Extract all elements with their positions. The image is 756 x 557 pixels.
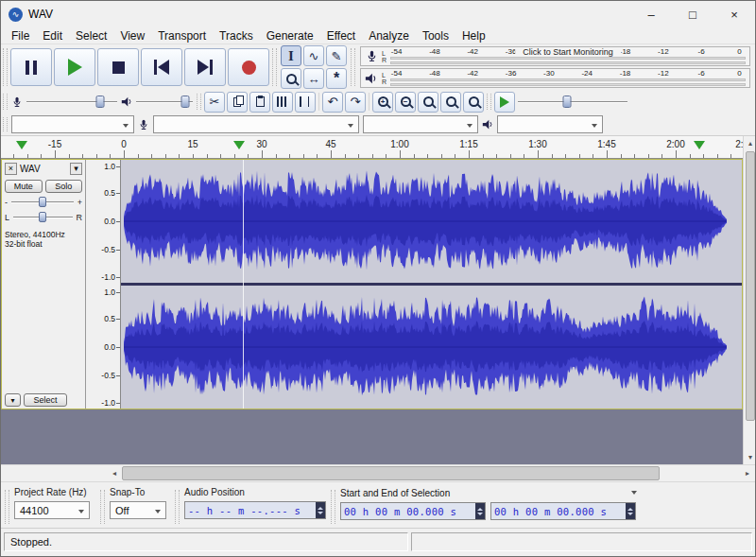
skip-to-start-button[interactable] [141,48,182,86]
play-at-speed-toolbar-grip[interactable] [487,94,491,110]
zoom-selection-button[interactable] [418,92,438,113]
minimize-button[interactable]: – [630,1,672,27]
menu-transport[interactable]: Transport [151,28,213,44]
audio-position-grip[interactable] [175,490,180,524]
menu-analyze[interactable]: Analyze [362,28,416,44]
device-toolbar-grip[interactable] [3,117,8,131]
selection-tool-button[interactable]: I [281,45,301,66]
project-rate-value: 44100 [20,505,49,516]
trim-audio-button[interactable] [272,92,293,113]
track-close-button[interactable]: × [5,163,17,175]
track-collapse-button[interactable]: ▾ [5,393,21,407]
empty-track-area[interactable] [1,409,743,464]
scroll-left-button[interactable]: ◂ [107,465,122,481]
timeline-playhead-marker[interactable] [16,141,27,149]
menu-help[interactable]: Help [455,28,492,44]
zoom-in-button[interactable]: + [372,92,393,113]
waveform-channel-2[interactable] [121,286,742,409]
record-button[interactable] [228,48,269,86]
draw-tool-button[interactable]: ✎ [326,45,347,66]
timeline-playhead-marker[interactable] [694,141,705,149]
monitor-text[interactable]: Click to Start Monitoring [515,47,621,57]
playback-meter[interactable]: LR -54-48-42-36-30-24-18-12-60 [360,68,750,88]
selection-start-field[interactable]: 00 h 00 m 00.000 s [340,502,486,520]
meter-toolbar-grip[interactable] [351,48,355,86]
recording-device-select[interactable] [153,115,359,133]
vertical-scroll-track[interactable] [744,150,756,450]
close-button[interactable]: × [713,1,755,27]
horizontal-scroll-thumb[interactable] [122,466,660,480]
menu-view[interactable]: View [113,28,151,44]
copy-button[interactable] [227,92,248,113]
menu-edit[interactable]: Edit [36,28,69,44]
play-at-speed-button[interactable] [494,92,515,113]
selection-mode-select[interactable]: Start and End of Selection [340,486,641,499]
vertical-scale-channel-2[interactable]: 1.0 0.5 0.0 -0.5 -1.0 [86,286,120,409]
stop-button[interactable] [97,48,139,86]
tools-toolbar-grip[interactable] [272,48,277,86]
mute-button[interactable]: Mute [5,180,43,193]
zoom-toggle-button[interactable] [463,92,484,113]
mixer-toolbar-grip[interactable] [3,94,8,110]
cut-button[interactable]: ✂ [204,92,225,113]
vertical-scroll-thumb[interactable] [746,151,755,421]
timeline-playhead-marker[interactable] [233,141,245,149]
waveform-area[interactable] [121,160,742,409]
recording-volume-slider[interactable] [25,94,119,111]
menu-file[interactable]: File [5,28,36,44]
menu-generate[interactable]: Generate [260,28,320,44]
gain-slider[interactable] [9,195,76,210]
track-menu-button[interactable]: ▾ [70,163,82,175]
waveform-channel-1[interactable] [121,160,742,283]
vertical-scale-rulers[interactable]: 1.0 0.5 0.0 -0.5 -1.0 1.0 0.5 0.0 -0.5 -… [86,160,121,409]
audio-host-select[interactable] [11,115,134,133]
recording-channels-select[interactable] [363,115,478,133]
menu-effect[interactable]: Effect [320,28,362,44]
multi-tool-button[interactable]: * [326,68,347,89]
toolbar-row-2: ✂ ↶ ↷ + − [1,90,755,113]
vertical-scrollbar[interactable]: ▴ ▾ [743,136,756,464]
timeshift-tool-button[interactable]: ↔ [303,68,324,89]
redo-button[interactable]: ↷ [345,92,366,113]
menu-select[interactable]: Select [69,28,113,44]
horizontal-scroll-track[interactable] [122,465,740,481]
playback-volume-slider[interactable] [134,94,195,111]
envelope-tool-button[interactable]: ∿ [303,45,324,66]
vertical-scale-channel-1[interactable]: 1.0 0.5 0.0 -0.5 -1.0 [86,160,120,283]
selection-toolbar-grip[interactable] [5,490,9,524]
recording-meter[interactable]: LR -54-48-42-36-30-24-18-12-60 Click to … [360,46,750,66]
scroll-right-button[interactable]: ▸ [740,465,755,481]
skip-to-end-button[interactable] [184,48,226,86]
selection-start-spinner[interactable] [475,503,485,519]
undo-button[interactable]: ↶ [322,92,343,113]
pan-slider[interactable] [11,210,74,225]
edit-toolbar-grip[interactable] [197,94,201,110]
snap-to-select[interactable]: Off [110,501,166,519]
playback-device-select[interactable] [497,115,603,133]
audio-position-field[interactable]: -- h -- m --.--- s [184,501,326,519]
menu-tools[interactable]: Tools [416,28,455,44]
scroll-down-button[interactable]: ▾ [744,450,756,464]
solo-button[interactable]: Solo [45,180,83,193]
silence-audio-button[interactable] [295,92,316,113]
paste-button[interactable] [249,92,270,113]
project-rate-select[interactable]: 44100 [14,501,90,519]
maximize-button[interactable]: □ [672,1,713,27]
zoom-fit-button[interactable] [440,92,461,113]
transport-toolbar-grip[interactable] [3,48,8,86]
play-speed-slider[interactable] [516,94,629,111]
zoom-out-button[interactable]: − [395,92,416,113]
play-button[interactable] [54,48,95,86]
selection-range-grip[interactable] [331,490,335,524]
zoom-tool-button[interactable] [281,68,301,89]
audio-position-spinner[interactable] [316,502,325,518]
pause-button[interactable] [10,48,52,86]
snap-grip[interactable] [100,490,105,524]
trim-audio-icon [277,96,288,107]
selection-end-spinner[interactable] [626,503,635,519]
track-select-button[interactable]: Select [24,393,67,407]
timeline-ruler[interactable]: -1501530451:001:151:301:452:002:15 [1,136,743,159]
selection-end-field[interactable]: 00 h 00 m 00.000 s [490,502,636,520]
menu-tracks[interactable]: Tracks [213,28,260,44]
scroll-up-button[interactable]: ▴ [744,136,756,150]
